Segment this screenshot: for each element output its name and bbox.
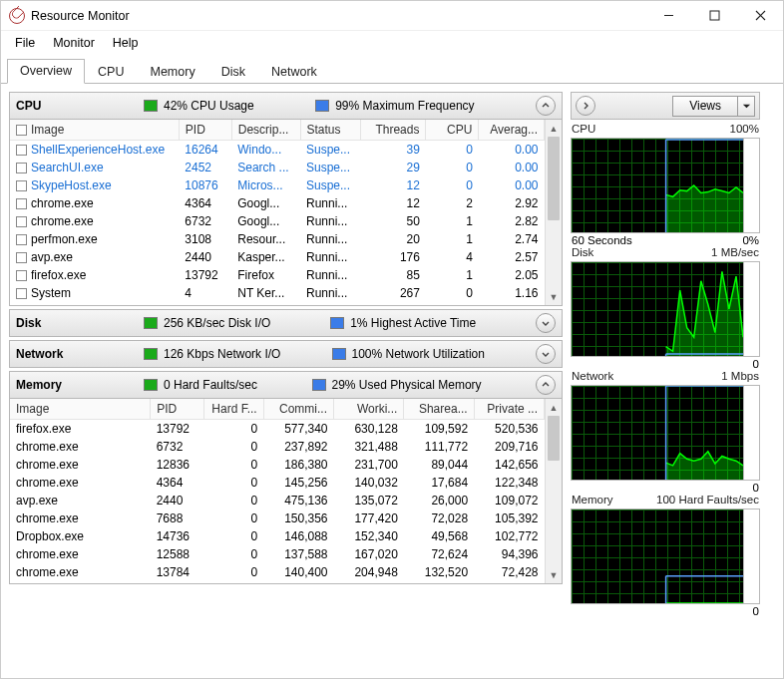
table-row[interactable]: chrome.exe125880137,588167,02072,62494,3…: [10, 545, 545, 563]
cpu-freq-icon: [315, 100, 329, 112]
views-label: Views: [673, 99, 737, 113]
row-checkbox[interactable]: [16, 198, 27, 209]
disk-expand-button[interactable]: [536, 313, 556, 333]
graph-foot-right: 0: [753, 605, 759, 617]
menu-help[interactable]: Help: [105, 33, 147, 53]
table-row[interactable]: avp.exe2440Kasper...Runni...17642.57: [10, 248, 545, 266]
disk-io-label: 256 KB/sec Disk I/O: [164, 316, 270, 330]
column-header[interactable]: Worki...: [334, 399, 404, 420]
column-header[interactable]: Averag...: [479, 120, 545, 141]
table-row[interactable]: chrome.exe6732Googl...Runni...5012.82: [10, 212, 545, 230]
cpu-collapse-button[interactable]: [536, 96, 556, 116]
graph-axis: [743, 139, 759, 232]
graph-title: CPU: [572, 123, 595, 135]
graph-scale: 100 Hard Faults/sec: [656, 494, 759, 506]
scroll-down-icon[interactable]: ▼: [546, 566, 562, 583]
mem-used-icon: [312, 379, 326, 391]
scroll-up-icon[interactable]: ▲: [546, 399, 562, 416]
tab-overview[interactable]: Overview: [7, 59, 85, 84]
disk-section-header[interactable]: Disk 256 KB/sec Disk I/O 1% Highest Acti…: [9, 309, 563, 337]
table-row[interactable]: perfmon.exe3108Resour...Runni...2012.74: [10, 230, 545, 248]
table-row[interactable]: firefox.exe13792FirefoxRunni...8512.05: [10, 266, 545, 284]
tab-memory[interactable]: Memory: [138, 60, 208, 84]
mem-faults-label: 0 Hard Faults/sec: [164, 378, 257, 392]
column-header[interactable]: Private ...: [474, 399, 544, 420]
row-checkbox[interactable]: [16, 270, 27, 281]
table-row[interactable]: chrome.exe67320237,892321,488111,772209,…: [10, 438, 545, 456]
row-checkbox[interactable]: [16, 216, 27, 227]
graphs-collapse-button[interactable]: [576, 96, 595, 116]
views-button[interactable]: Views: [672, 96, 755, 117]
memory-collapse-button[interactable]: [536, 375, 556, 395]
graph-foot-right: 0%: [742, 234, 759, 246]
column-header[interactable]: CPU: [426, 120, 479, 141]
column-header[interactable]: Status: [300, 120, 360, 141]
chevron-down-icon[interactable]: [737, 97, 754, 116]
column-header[interactable]: PID: [179, 120, 231, 141]
row-checkbox[interactable]: [16, 180, 27, 191]
scroll-up-icon[interactable]: ▲: [546, 120, 562, 137]
network-expand-button[interactable]: [536, 344, 556, 364]
memory-scrollbar[interactable]: ▲ ▼: [545, 399, 562, 583]
table-row[interactable]: Dropbox.exe147360146,088152,34049,568102…: [10, 527, 545, 545]
column-header[interactable]: Descrip...: [231, 120, 300, 141]
column-header[interactable]: Image: [10, 399, 151, 420]
minimize-button[interactable]: [645, 1, 691, 31]
scroll-down-icon[interactable]: ▼: [546, 288, 562, 305]
table-row[interactable]: chrome.exe43640145,256140,03217,684122,3…: [10, 474, 545, 492]
column-header[interactable]: Image: [10, 120, 179, 141]
tab-disk[interactable]: Disk: [208, 60, 258, 84]
cpu-usage-icon: [144, 100, 158, 112]
table-row[interactable]: SearchUI.exe2452Search ...Suspe...2900.0…: [10, 159, 545, 176]
mem-used-label: 29% Used Physical Memory: [332, 378, 482, 392]
memory-section-header[interactable]: Memory 0 Hard Faults/sec 29% Used Physic…: [9, 371, 563, 399]
table-row[interactable]: chrome.exe128360186,380231,70089,044142,…: [10, 456, 545, 474]
header-checkbox[interactable]: [16, 125, 27, 136]
tab-cpu[interactable]: CPU: [85, 60, 137, 84]
column-header[interactable]: PID: [151, 399, 204, 420]
cpu-scrollbar[interactable]: ▲ ▼: [545, 120, 562, 305]
table-row[interactable]: System4NT Ker...Runni...26701.16: [10, 284, 545, 302]
disk-title: Disk: [16, 316, 136, 330]
disk-io-icon: [144, 317, 158, 329]
graph-canvas: [571, 509, 760, 604]
close-button[interactable]: [737, 1, 783, 31]
row-checkbox[interactable]: [16, 145, 27, 156]
graphs-header: Views: [571, 92, 760, 120]
table-row[interactable]: ShellExperienceHost.exe16264Windo...Susp…: [10, 141, 545, 160]
table-row[interactable]: avp.exe24400475,136135,07226,000109,072: [10, 492, 545, 509]
network-section-header[interactable]: Network 126 Kbps Network I/O 100% Networ…: [9, 340, 563, 368]
table-row[interactable]: chrome.exe137840140,400204,948132,52072,…: [10, 563, 545, 581]
row-checkbox[interactable]: [16, 163, 27, 173]
row-checkbox[interactable]: [16, 288, 27, 299]
cpu-section-header[interactable]: CPU 42% CPU Usage 99% Maximum Frequency: [9, 92, 563, 120]
cpu-table: ImagePIDDescrip...StatusThreadsCPUAverag…: [9, 120, 563, 306]
row-checkbox[interactable]: [16, 234, 27, 245]
column-header[interactable]: Commi...: [263, 399, 333, 420]
graph-network: Network 1 Mbps 0: [571, 370, 760, 494]
menu-file[interactable]: File: [7, 33, 43, 53]
column-header[interactable]: Hard F...: [204, 399, 264, 420]
graph-foot-left: 60 Seconds: [572, 234, 632, 246]
disk-active-icon: [330, 317, 344, 329]
memory-title: Memory: [16, 378, 136, 392]
table-row[interactable]: chrome.exe76880150,356177,42072,028105,3…: [10, 509, 545, 527]
graph-title: Network: [572, 370, 613, 382]
column-header[interactable]: Threads: [360, 120, 426, 141]
tab-network[interactable]: Network: [258, 60, 330, 84]
maximize-button[interactable]: [691, 1, 737, 31]
graph-canvas: [571, 138, 760, 233]
table-row[interactable]: chrome.exe4364Googl...Runni...1222.92: [10, 194, 545, 212]
graph-axis: [743, 509, 759, 603]
graph-canvas: [571, 261, 760, 357]
table-row[interactable]: SkypeHost.exe10876Micros...Suspe...1200.…: [10, 176, 545, 194]
menu-monitor[interactable]: Monitor: [45, 33, 103, 53]
app-icon: [9, 8, 25, 24]
net-util-label: 100% Network Utilization: [352, 347, 485, 361]
graph-disk: Disk 1 MB/sec 0: [571, 246, 760, 370]
memory-table: ImagePIDHard F...Commi...Worki...Sharea.…: [9, 399, 563, 584]
row-checkbox[interactable]: [16, 252, 27, 263]
graph-foot-right: 0: [753, 482, 759, 494]
column-header[interactable]: Sharea...: [404, 399, 474, 420]
table-row[interactable]: firefox.exe137920577,340630,128109,59252…: [10, 420, 545, 439]
